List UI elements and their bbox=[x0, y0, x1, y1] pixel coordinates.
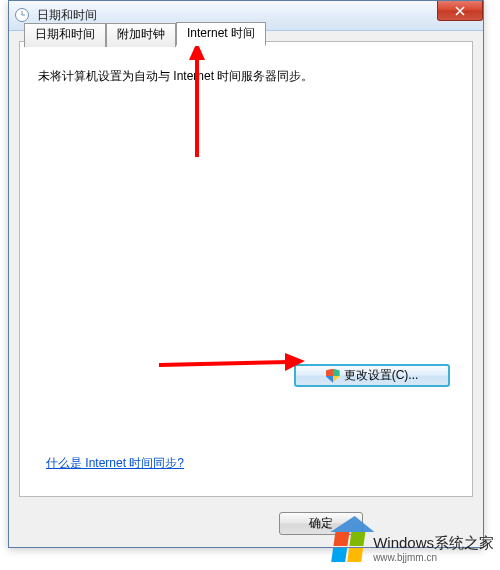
watermark-text: Windows系统之家 www.bjjmm.cn bbox=[373, 535, 494, 563]
tab-content: 日期和时间 附加时钟 Internet 时间 未将计算机设置为自动与 Inter… bbox=[19, 41, 473, 497]
dialog-window: 日期和时间 日期和时间 附加时钟 Internet 时间 未将计算机设置为自动与… bbox=[8, 0, 484, 548]
windows-logo-icon bbox=[331, 532, 370, 566]
tab-date-time[interactable]: 日期和时间 bbox=[24, 23, 106, 47]
watermark: Windows系统之家 www.bjjmm.cn bbox=[333, 532, 494, 566]
close-icon bbox=[455, 6, 465, 16]
tab-strip: 日期和时间 附加时钟 Internet 时间 bbox=[24, 22, 266, 46]
watermark-title: Windows系统之家 bbox=[373, 535, 494, 552]
change-settings-button[interactable]: 更改设置(C)... bbox=[294, 364, 450, 387]
watermark-url: www.bjjmm.cn bbox=[373, 552, 494, 563]
sync-status-message: 未将计算机设置为自动与 Internet 时间服务器同步。 bbox=[38, 68, 313, 85]
uac-shield-icon bbox=[326, 369, 340, 383]
close-button[interactable] bbox=[437, 1, 483, 21]
help-link[interactable]: 什么是 Internet 时间同步? bbox=[46, 455, 184, 472]
change-settings-label: 更改设置(C)... bbox=[344, 367, 419, 384]
tab-internet-time[interactable]: Internet 时间 bbox=[176, 22, 266, 46]
tab-additional-clocks[interactable]: 附加时钟 bbox=[106, 23, 176, 47]
